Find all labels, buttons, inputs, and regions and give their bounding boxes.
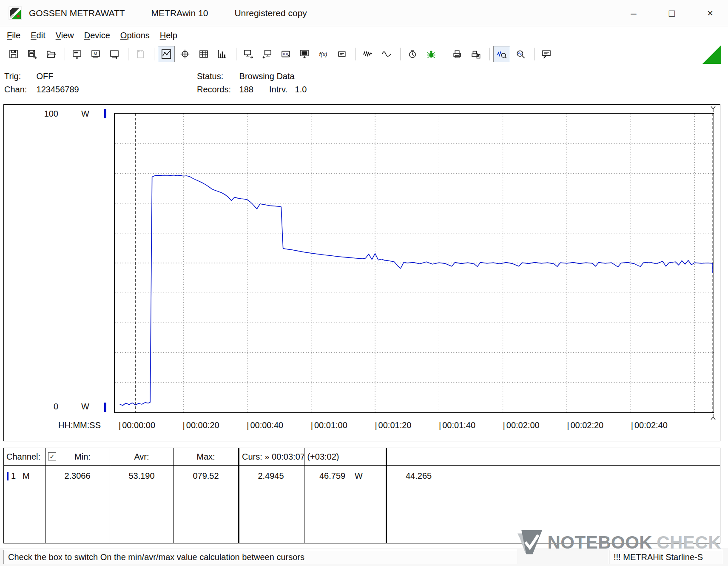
results-table: Channel: ✓ Min: Avr: Max: Curs: » 00:03:… xyxy=(3,448,720,543)
chart-panel: 100 W 0 W HH:MM:SS 00:00:0000:00:2000:00… xyxy=(3,104,720,441)
channel-number: 1 xyxy=(11,471,16,481)
statusbar-hint: Check the box to switch On the min/avr/m… xyxy=(8,552,304,562)
cursor-header: Curs: » 00:03:07 (+03:02) xyxy=(242,452,339,462)
menu-edit[interactable]: Edit xyxy=(26,29,50,43)
statusbar-hint-panel: Check the box to switch On the min/avr/m… xyxy=(3,550,517,564)
close-button[interactable]: × xyxy=(700,4,720,23)
x-tick-label: 00:02:40 xyxy=(631,420,668,430)
x-tick-label: 00:02:20 xyxy=(567,420,603,430)
save-as-icon[interactable] xyxy=(24,46,41,62)
watermark-word2: CHECK xyxy=(657,534,721,552)
save-icon[interactable] xyxy=(5,46,22,62)
x-tick-label: 00:02:00 xyxy=(503,420,540,430)
max-header: Max: xyxy=(185,452,227,462)
minimize-button[interactable]: – xyxy=(623,4,644,23)
timer-icon[interactable] xyxy=(404,46,421,62)
status-value: Browsing Data xyxy=(239,71,295,81)
monitor-icon[interactable] xyxy=(296,46,313,62)
minavrmax-checkbox[interactable]: ✓ xyxy=(48,452,56,460)
trig-label: Trig: xyxy=(4,70,34,83)
y-axis-min-label: 0 xyxy=(28,402,58,412)
chan-value: 123456789 xyxy=(37,85,79,94)
toolbar-separator xyxy=(489,48,490,60)
toolbar-separator xyxy=(445,48,445,60)
menu-file[interactable]: File xyxy=(2,29,26,43)
records-value: 188 xyxy=(239,85,253,94)
app-logo-icon xyxy=(9,6,22,20)
plot-area[interactable] xyxy=(114,113,714,413)
interval-value: 1.0 xyxy=(295,85,307,94)
bar-chart-icon[interactable] xyxy=(214,46,231,62)
device-transfer-icon[interactable] xyxy=(106,46,123,62)
trigger-channel-block: Trig: OFF Chan: 123456789 xyxy=(4,70,79,96)
signal-noise-icon[interactable] xyxy=(359,46,376,62)
multimeter-icon[interactable]: 8.8 xyxy=(277,46,294,62)
acquisition-status-block: Status: Browsing Data Records: 188 Intrv… xyxy=(197,70,307,96)
crosshair-icon[interactable] xyxy=(176,46,193,62)
y-axis-max-label: 100 xyxy=(28,109,58,119)
min-value: 2.3066 xyxy=(52,471,103,481)
app-title: METRAwin 10 xyxy=(151,8,208,18)
status-panel: Trig: OFF Chan: 123456789 Status: Browsi… xyxy=(0,64,728,104)
cursor2-marker-bottom-icon[interactable] xyxy=(710,414,716,420)
svg-text:f(x): f(x) xyxy=(319,51,327,57)
channel-marker-top xyxy=(104,109,106,118)
plot-svg xyxy=(115,114,714,412)
display-import-icon[interactable] xyxy=(259,46,276,62)
brand-title: GOSSEN METRAWATT xyxy=(29,8,125,18)
svg-text:M: M xyxy=(94,51,97,56)
toolbar-separator xyxy=(65,48,65,60)
cursor1-value: 2.4945 xyxy=(245,471,296,481)
print-icon[interactable] xyxy=(449,46,466,62)
display-export-icon[interactable] xyxy=(240,46,257,62)
mini-display-icon[interactable] xyxy=(333,46,350,62)
formula-icon[interactable]: f(x) xyxy=(315,46,332,62)
toolbar-separator xyxy=(355,48,356,60)
title-bar: GOSSEN METRAWATT METRAwin 10 Unregistere… xyxy=(0,0,728,26)
checkbox-check-icon: ✓ xyxy=(49,453,55,460)
y-axis-unit-bottom: W xyxy=(81,402,89,412)
chan-label: Chan: xyxy=(4,83,34,96)
trig-value: OFF xyxy=(37,71,54,81)
x-tick-label: 00:00:40 xyxy=(247,420,283,430)
delta-value: 44.265 xyxy=(406,471,432,481)
open-icon[interactable] xyxy=(43,46,60,62)
signal-smooth-icon[interactable] xyxy=(378,46,395,62)
toolbar-separator xyxy=(534,48,535,60)
table-divider xyxy=(46,448,46,543)
annotation-icon[interactable] xyxy=(538,46,555,62)
print-setup-icon[interactable] xyxy=(467,46,484,62)
menu-view[interactable]: View xyxy=(51,29,79,43)
records-label: Records: xyxy=(197,83,237,96)
cursor2-marker-top-icon[interactable] xyxy=(710,106,716,112)
avr-value: 53.190 xyxy=(116,471,167,481)
table-header-divider xyxy=(4,465,720,466)
x-tick-label: 00:01:00 xyxy=(311,420,347,430)
device-memory-icon[interactable]: M xyxy=(87,46,104,62)
menu-help[interactable]: Help xyxy=(155,29,182,43)
trend-chart-icon[interactable] xyxy=(158,46,175,62)
x-tick-label: 00:01:20 xyxy=(375,420,411,430)
table-divider xyxy=(238,448,239,543)
status-label: Status: xyxy=(197,70,237,83)
zoom-icon[interactable] xyxy=(512,46,529,62)
license-label: Unregistered copy xyxy=(234,8,307,18)
toolbar-separator xyxy=(400,48,401,60)
menu-device[interactable]: Device xyxy=(79,29,115,43)
x-axis-title: HH:MM:SS xyxy=(58,420,101,430)
channel-mode: M xyxy=(23,471,30,481)
channel-marker-bottom xyxy=(104,403,106,412)
read-device-icon[interactable] xyxy=(68,46,85,62)
menu-options[interactable]: Options xyxy=(115,29,155,43)
toolbar-separator xyxy=(128,48,128,60)
table-divider xyxy=(386,448,387,543)
menu-bar: FileEditViewDeviceOptionsHelp xyxy=(0,26,728,44)
zoom-signal-icon[interactable] xyxy=(493,46,510,62)
bug-icon[interactable] xyxy=(423,46,440,62)
maximize-button[interactable]: □ xyxy=(662,4,682,23)
cursor2-value: 46.759 xyxy=(319,471,345,481)
table-view-icon[interactable] xyxy=(195,46,212,62)
window-controls: – □ × xyxy=(623,4,720,23)
max-value: 079.52 xyxy=(180,471,231,481)
notebookcheck-watermark: NOTEBOOKCHECK xyxy=(516,530,721,555)
